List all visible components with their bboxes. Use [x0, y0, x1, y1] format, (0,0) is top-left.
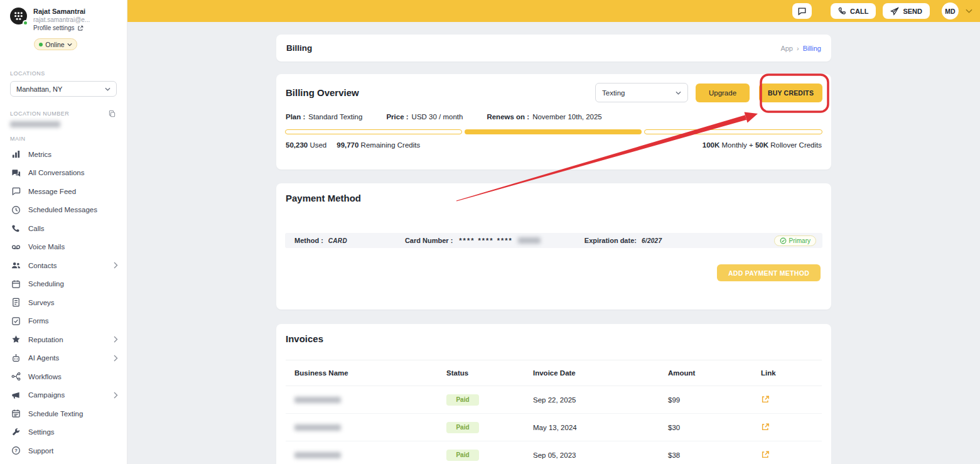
sidebar-item-schedule-texting[interactable]: Schedule Texting [0, 404, 127, 423]
sidebar-item-scheduled-messages[interactable]: Scheduled Messages [0, 201, 127, 220]
plan-label: Plan : [286, 113, 305, 121]
redacted-location-number [10, 121, 60, 127]
chevron-down-icon[interactable] [966, 9, 972, 13]
sidebar-item-voice-mails[interactable]: Voice Mails [0, 238, 127, 257]
send-button[interactable]: SEND [883, 3, 930, 19]
voicemail-icon [11, 242, 21, 252]
external-link-icon [77, 25, 83, 31]
buy-credits-button[interactable]: BUY CREDITS [759, 84, 822, 102]
table-row: Paid May 13, 2024 $30 [286, 414, 822, 441]
product-select-value: Texting [602, 89, 676, 97]
column-amount: Amount [659, 369, 752, 377]
sidebar-item-support[interactable]: ? Support [0, 441, 127, 460]
redacted-card-last4 [518, 237, 541, 244]
credits-summary-row: 50,230 Used 99,770 Remaining Credits 100… [276, 141, 831, 149]
page-title: Billing [286, 43, 780, 53]
status-badge: Paid [446, 450, 479, 461]
expiration-value: 6/2027 [642, 237, 662, 244]
send-button-label: SEND [903, 8, 922, 15]
column-invoice-date: Invoice Date [524, 369, 659, 377]
status-dot-icon [39, 43, 43, 46]
star-icon [11, 335, 21, 345]
invoice-link-icon[interactable] [761, 395, 770, 404]
breadcrumb-billing[interactable]: Billing [803, 45, 821, 52]
progress-segment-rollover [644, 129, 822, 134]
sidebar-item-label: Contacts [28, 262, 57, 269]
quota-rollover-suffix: Rollover Credits [768, 141, 822, 149]
call-button[interactable]: CALL [831, 3, 876, 19]
check-circle-icon [780, 237, 787, 244]
profile-settings-link[interactable]: Profile settings [33, 24, 90, 33]
chevron-down-icon [676, 91, 681, 95]
table-row: Paid Sep 22, 2025 $99 [286, 386, 822, 414]
robot-icon [11, 353, 21, 363]
sidebar-item-forms[interactable]: Forms [0, 312, 127, 331]
topbar: CALL SEND MD [127, 0, 980, 22]
calendar-icon [11, 279, 21, 289]
status-dropdown[interactable]: Online [34, 38, 77, 50]
location-select[interactable]: Manhattan, NY [10, 81, 117, 97]
sidebar-item-workflows[interactable]: Workflows [0, 367, 127, 386]
payment-method-row: Method : CARD Card Number : **** **** **… [285, 233, 822, 248]
wrench-icon [11, 427, 21, 437]
paper-plane-icon [890, 7, 899, 16]
chevron-right-icon [114, 355, 118, 362]
table-row: Paid Sep 05, 2023 $38 [286, 441, 822, 464]
progress-segment-filled [465, 129, 642, 134]
sidebar-item-reputation[interactable]: Reputation [0, 330, 127, 349]
locations-label: LOCATIONS [0, 70, 127, 77]
calendar-text-icon [11, 409, 21, 419]
user-avatar[interactable]: MD [942, 3, 959, 19]
upgrade-button[interactable]: Upgrade [696, 84, 750, 102]
location-select-value: Manhattan, NY [16, 85, 105, 93]
sidebar-item-label: Metrics [28, 151, 51, 158]
sidebar-item-all-conversations[interactable]: All Conversations [0, 164, 127, 183]
sidebar-item-surveys[interactable]: Surveys [0, 293, 127, 312]
sidebar-item-message-feed[interactable]: Message Feed [0, 182, 127, 201]
redacted-business-name [294, 397, 341, 403]
sidebar-item-metrics[interactable]: Metrics [0, 145, 127, 164]
online-presence-dot [23, 20, 28, 26]
location-number-label: LOCATION NUMBER [10, 111, 69, 117]
sidebar-item-label: Schedule Texting [28, 410, 83, 418]
app-logo [10, 8, 27, 24]
progress-segment-used [285, 129, 462, 134]
sidebar-item-label: Workflows [28, 373, 62, 380]
page-header-card: Billing App › Billing [276, 35, 831, 62]
chevron-right-icon [114, 336, 118, 343]
invoice-link-icon[interactable] [761, 450, 770, 459]
add-payment-method-button[interactable]: ADD PAYMENT METHOD [717, 264, 821, 281]
invoice-date: Sep 05, 2023 [524, 451, 659, 459]
remaining-suffix: Remaining Credits [358, 141, 420, 149]
chevron-down-icon [105, 87, 110, 91]
copy-icon[interactable] [109, 110, 116, 117]
sidebar-item-label: Forms [28, 317, 49, 325]
billing-overview-card: Billing Overview Texting Upgrade BUY CRE… [276, 74, 831, 170]
status-badge: Paid [446, 394, 479, 406]
sidebar: Rajat Samantrai rajat.samantrai@e... Pro… [0, 0, 127, 464]
profile-settings-label: Profile settings [33, 24, 75, 33]
clock-icon [11, 205, 21, 215]
metrics-icon [11, 149, 21, 159]
renews-label: Renews on : [487, 113, 529, 121]
sidebar-item-calls[interactable]: Calls [0, 219, 127, 238]
sidebar-item-ai-agents[interactable]: AI Agents [0, 349, 127, 368]
sidebar-item-settings[interactable]: Settings [0, 423, 127, 442]
invoice-link-icon[interactable] [761, 423, 770, 431]
sidebar-item-label: Scheduling [28, 280, 64, 288]
product-select[interactable]: Texting [595, 83, 688, 102]
sidebar-item-label: Scheduled Messages [28, 206, 97, 213]
card-number-masked: **** **** **** [459, 237, 512, 244]
quota-credits: 100K Monthly + 50K Rollover Credits [703, 141, 822, 149]
invoice-amount: $38 [659, 451, 752, 459]
sidebar-item-scheduling[interactable]: Scheduling [0, 275, 127, 294]
conversations-icon [11, 168, 21, 178]
sidebar-item-contacts[interactable]: Contacts [0, 256, 127, 275]
plan-summary-row: Plan :Standard Texting Price :USD 30 / m… [276, 113, 831, 121]
invoices-card: Invoices Business Name Status Invoice Da… [276, 324, 831, 464]
chat-button[interactable] [792, 3, 812, 19]
sidebar-item-campaigns[interactable]: Campaigns [0, 386, 127, 405]
chevron-right-icon [114, 262, 118, 269]
table-header-row: Business Name Status Invoice Date Amount… [286, 360, 822, 386]
breadcrumb-app[interactable]: App [780, 45, 793, 52]
